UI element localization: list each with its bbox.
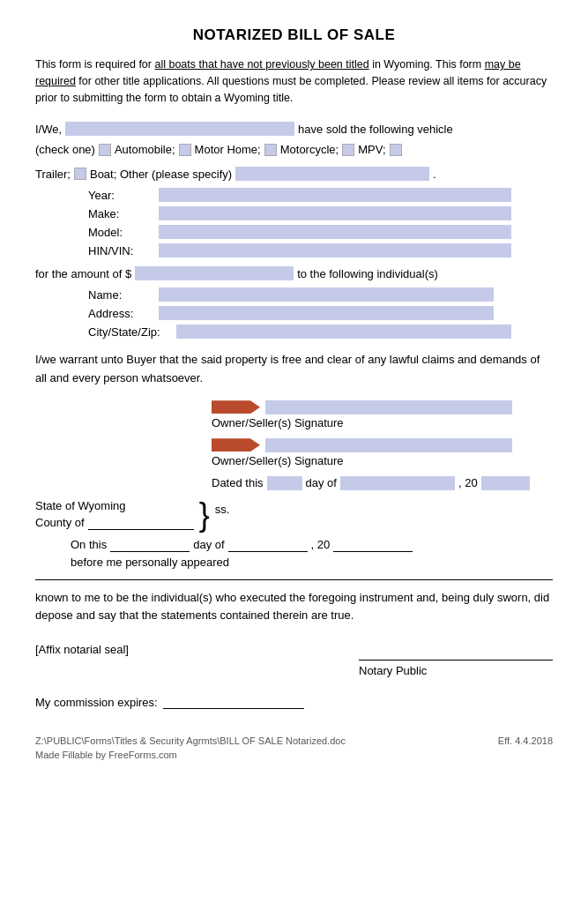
dated-row: Dated this day of , 20 [212,476,553,490]
notary-day-input[interactable] [110,538,190,552]
notary-sig-line [359,643,553,660]
appeared-label: before me personally appeared [71,556,229,569]
eff-date-label: Eff. 4.4.2018 [498,735,553,746]
hin-label: HIN/VIN: [88,244,159,257]
commission-row: My commission expires: [35,695,553,709]
seller-row: I/We, have sold the following vehicle [35,122,553,136]
city-label: City/State/Zip: [88,325,176,339]
dated-day-input[interactable] [267,476,302,490]
sold-following-label: have sold the following vehicle [298,123,453,136]
amount-prefix-label: for the amount of $ [35,267,131,280]
sig1-arrow-icon [212,400,260,414]
notary-sig-block: Notary Public [359,643,553,677]
year-input[interactable] [159,188,511,202]
county-row: County of [35,516,194,530]
notary-month-input[interactable] [228,538,308,552]
county-prefix-label: County of [35,516,85,529]
hin-row: HIN/VIN: [88,243,553,257]
sig2-arrow-icon [212,438,260,452]
automobile-label: Automobile; [115,139,175,160]
make-label: Make: [88,207,159,220]
amount-suffix-label: to the following individual(s) [297,267,438,280]
notary-public-section: [Affix notarial seal] Notary Public [35,643,553,677]
vehicle-fields: Year: Make: Model: HIN/VIN: [88,188,553,257]
divider-line [35,579,553,580]
amount-row: for the amount of $ to the following ind… [35,266,553,280]
appeared-row: On this day of , 20 before me personally… [71,538,553,569]
county-input[interactable] [88,516,194,530]
model-label: Model: [88,226,159,239]
buyer-city-input[interactable] [176,325,511,339]
buyer-address-input[interactable] [159,306,494,320]
comma-20-label: , 20 [458,476,478,489]
trailer-checkbox[interactable] [390,144,402,156]
sig1-input[interactable] [265,400,512,414]
on-this-label: On this [71,538,107,551]
make-input[interactable] [159,206,511,220]
check-one-label: (check one) [35,139,95,160]
motorhome-checkbox[interactable] [179,144,191,156]
amount-input[interactable] [135,266,294,280]
sig2-bar [212,438,553,452]
page-title: NOTARIZED BILL OF SALE [35,26,553,44]
buyer-name-input[interactable] [159,287,494,302]
sig1-bar [212,400,553,414]
notary-section: State of Wyoming County of } ss. On this… [35,499,553,569]
mpv-label: MPV; [358,139,385,160]
signature-section: Owner/Seller(s) Signature Owner/Seller(s… [212,400,553,490]
notary-day-of-label: day of [193,538,224,551]
sig2-input[interactable] [265,438,512,452]
notary-year-input[interactable] [333,538,413,552]
motorcycle-label: Motorcycle; [280,139,339,160]
check-one-row: (check one) Automobile; Motor Home; Moto… [35,139,553,160]
sig2-label: Owner/Seller(s) Signature [212,454,553,467]
motorcycle-checkbox[interactable] [264,144,277,156]
buyer-fields: Name: Address: City/State/Zip: [88,287,553,339]
trailer-boat-row: Trailer; Boat; Other (please specify) . [35,164,553,184]
sig1-label: Owner/Seller(s) Signature [212,416,553,429]
commission-label: My commission expires: [35,696,158,709]
boat-checkbox[interactable] [74,168,86,180]
other-specify-input[interactable] [235,167,429,181]
seller-name-input[interactable] [65,122,294,136]
mpv-checkbox[interactable] [342,144,354,156]
notary-comma-20-label: , 20 [311,538,331,551]
made-by-label: Made Fillable by FreeForms.com [35,750,553,760]
day-of-label: day of [306,476,337,489]
commission-input[interactable] [163,695,304,709]
year-label: Year: [88,189,159,202]
year-row: Year: [88,188,553,202]
file-path-label: Z:\PUBLIC\Forms\Titles & Security Agrmts… [35,735,346,746]
intro-text: This form is required for all boats that… [35,56,553,106]
name-row: Name: [88,287,553,302]
hin-input[interactable] [159,243,511,257]
model-input[interactable] [159,225,511,239]
sworn-text: known to me to be the individual(s) who … [35,589,553,626]
name-label: Name: [88,288,159,302]
state-county-text: State of Wyoming County of [35,499,194,530]
other-period: . [433,164,436,184]
state-county-block: State of Wyoming County of } ss. [35,499,553,531]
footer: Z:\PUBLIC\Forms\Titles & Security Agrmts… [35,735,553,746]
motorhome-label: Motor Home; [195,139,261,160]
warrant-text: I/we warrant unto Buyer that the said pr… [35,351,553,388]
make-row: Make: [88,206,553,220]
dated-year-input[interactable] [481,476,530,490]
dated-month-input[interactable] [340,476,455,490]
address-row: Address: [88,306,553,320]
city-row: City/State/Zip: [88,325,553,339]
i-we-label: I/We, [35,123,62,136]
trailer-label: Trailer; [35,164,71,184]
boat-other-label: Boat; Other (please specify) [90,164,232,184]
ss-label: ss. [215,503,230,516]
automobile-checkbox[interactable] [99,144,111,156]
notary-public-label: Notary Public [359,664,553,677]
model-row: Model: [88,225,553,239]
dated-prefix-label: Dated this [212,476,264,489]
brace-icon: } [199,499,210,531]
affix-seal-label: [Affix notarial seal] [35,643,129,656]
state-label: State of Wyoming [35,499,194,512]
address-label: Address: [88,307,159,320]
